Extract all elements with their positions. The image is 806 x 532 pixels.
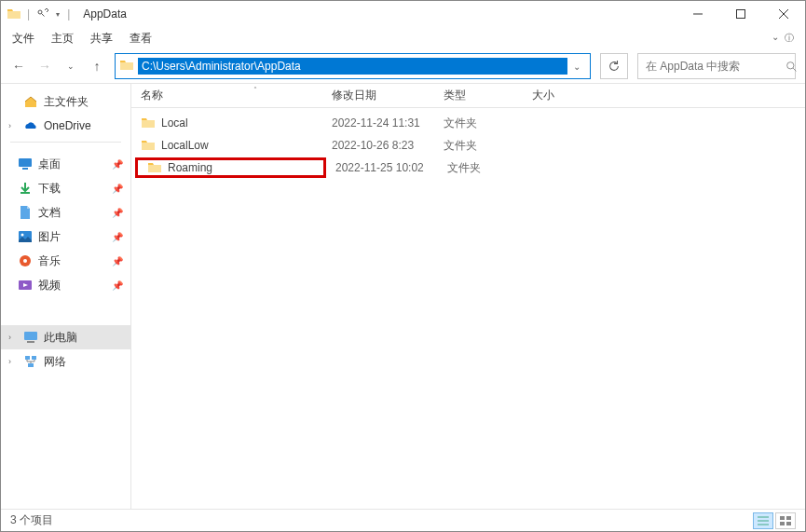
sidebar-label: 下载	[38, 181, 61, 197]
svg-rect-24	[786, 516, 791, 520]
address-bar[interactable]: ⌄	[115, 53, 591, 79]
svg-rect-2	[737, 10, 745, 19]
help-icon[interactable]: ⓘ	[785, 32, 794, 45]
file-name: Roaming	[168, 161, 212, 174]
divider-icon: |	[67, 7, 70, 20]
documents-icon	[18, 205, 33, 220]
svg-rect-15	[24, 332, 37, 340]
svg-line-6	[793, 68, 796, 71]
content-pane: 名称 ˄ 修改日期 类型 大小 Local 2022-11-24 11:31 文…	[131, 84, 805, 509]
file-type: 文件夹	[434, 138, 523, 154]
menu-file[interactable]: 文件	[12, 31, 34, 47]
sidebar-item-pictures[interactable]: 图片 📌	[1, 225, 130, 249]
ribbon-toggle-icon[interactable]: ⌄	[772, 32, 779, 45]
menu-view[interactable]: 查看	[130, 31, 152, 47]
pin-icon[interactable]: 📌	[112, 280, 123, 291]
pin-icon[interactable]: 📌	[112, 256, 123, 266]
file-row[interactable]: LocalLow 2022-10-26 8:23 文件夹	[131, 134, 805, 157]
menu-share[interactable]: 共享	[90, 31, 113, 47]
folder-icon	[147, 160, 162, 175]
item-count: 3 个项目	[10, 512, 53, 528]
column-header-type[interactable]: 类型	[434, 88, 523, 103]
menu-bar: 文件 主页 共享 查看 ⌄ ⓘ	[1, 27, 805, 49]
sidebar-item-home[interactable]: 主文件夹	[1, 89, 130, 114]
file-type: 文件夹	[438, 160, 526, 176]
file-list[interactable]: Local 2022-11-24 11:31 文件夹 LocalLow 2022…	[131, 108, 805, 509]
sidebar-item-music[interactable]: 音乐 📌	[1, 249, 130, 273]
file-row[interactable]: Roaming 2022-11-25 10:02 文件夹	[131, 157, 805, 179]
up-button[interactable]: ↑	[89, 59, 105, 74]
column-header-date[interactable]: 修改日期	[322, 88, 434, 103]
file-row[interactable]: Local 2022-11-24 11:31 文件夹	[131, 112, 805, 134]
search-box[interactable]	[637, 53, 796, 79]
home-icon	[23, 94, 38, 109]
maximize-button[interactable]	[719, 1, 762, 27]
pin-icon[interactable]: 📌	[112, 208, 123, 218]
svg-rect-7	[19, 158, 32, 167]
chevron-right-icon[interactable]: ›	[8, 333, 11, 342]
folder-icon	[141, 138, 156, 153]
pin-icon[interactable]: 📌	[112, 159, 123, 170]
view-icons-button[interactable]	[775, 512, 796, 529]
file-type: 文件夹	[434, 116, 523, 131]
chevron-right-icon[interactable]: ›	[8, 121, 11, 130]
sidebar-label: 图片	[38, 229, 61, 245]
folder-icon	[119, 58, 136, 75]
sidebar-label: 音乐	[38, 253, 61, 269]
window-title: AppData	[83, 7, 127, 20]
close-button[interactable]	[762, 1, 805, 27]
sidebar-label: 桌面	[38, 157, 61, 172]
svg-rect-19	[28, 363, 34, 367]
sidebar-item-videos[interactable]: 视频 📌	[1, 273, 130, 297]
sidebar-item-thispc[interactable]: › 此电脑	[1, 325, 130, 349]
view-details-button[interactable]	[753, 512, 773, 529]
sidebar-label: 网络	[44, 354, 66, 370]
forward-button[interactable]: →	[36, 59, 53, 74]
sidebar-label: 主文件夹	[44, 94, 89, 110]
back-button[interactable]: ←	[10, 59, 27, 74]
folder-icon	[141, 116, 156, 130]
column-header-size[interactable]: 大小	[523, 88, 597, 103]
address-input[interactable]	[138, 58, 567, 75]
nav-bar: ← → ⌄ ↑ ⌄	[1, 49, 805, 83]
svg-rect-8	[22, 168, 28, 170]
refresh-button[interactable]	[600, 53, 628, 79]
column-headers: 名称 ˄ 修改日期 类型 大小	[131, 84, 805, 108]
properties-icon[interactable]	[35, 7, 50, 21]
sidebar-label: OneDrive	[44, 119, 91, 132]
sidebar-label: 此电脑	[44, 330, 77, 346]
svg-point-13	[23, 259, 27, 263]
file-date: 2022-10-26 8:23	[322, 139, 434, 152]
status-bar: 3 个项目	[1, 509, 805, 531]
network-icon	[23, 354, 38, 369]
address-dropdown-icon[interactable]: ⌄	[573, 61, 581, 72]
search-icon[interactable]	[786, 61, 798, 73]
svg-point-11	[21, 234, 24, 237]
pin-icon[interactable]: 📌	[112, 232, 123, 242]
downloads-icon	[18, 181, 33, 196]
file-name: LocalLow	[161, 139, 209, 152]
chevron-right-icon[interactable]: ›	[8, 357, 11, 366]
sidebar-item-network[interactable]: › 网络	[1, 349, 130, 374]
svg-rect-16	[27, 341, 34, 343]
dropdown-icon[interactable]: ▾	[56, 10, 60, 19]
file-name: Local	[161, 116, 188, 130]
sidebar-item-documents[interactable]: 文档 📌	[1, 200, 130, 225]
pin-icon[interactable]: 📌	[112, 184, 123, 194]
column-header-name[interactable]: 名称 ˄	[131, 88, 322, 103]
main-area: 主文件夹 › OneDrive 桌面 📌 下载 📌 文档 📌 图	[1, 83, 805, 509]
divider-icon: |	[27, 7, 30, 20]
minimize-button[interactable]	[676, 1, 719, 27]
svg-point-0	[38, 10, 42, 14]
sidebar-item-onedrive[interactable]: › OneDrive	[1, 114, 130, 138]
sidebar-label: 视频	[38, 278, 61, 293]
sidebar-label: 文档	[38, 205, 61, 221]
sidebar-item-desktop[interactable]: 桌面 📌	[1, 152, 130, 176]
recent-dropdown-icon[interactable]: ⌄	[62, 61, 79, 71]
separator	[10, 142, 121, 143]
search-input[interactable]	[646, 60, 786, 73]
svg-point-5	[787, 61, 794, 68]
sidebar-item-downloads[interactable]: 下载 📌	[1, 176, 130, 200]
menu-home[interactable]: 主页	[51, 31, 74, 47]
svg-rect-25	[780, 522, 785, 525]
